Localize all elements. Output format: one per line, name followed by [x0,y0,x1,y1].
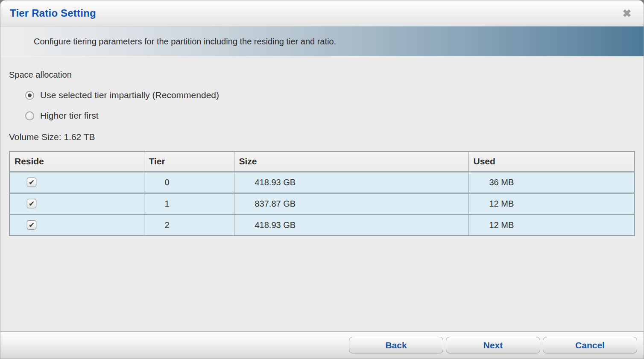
used-cell: 12 MB [468,214,635,236]
volume-size-label: Volume Size: 1.62 TB [9,132,635,142]
back-button[interactable]: Back [349,337,443,353]
title-bar: Tier Ratio Setting ✖ [0,0,644,26]
radio-option-label: Higher tier first [40,111,99,121]
radio-option-higher-tier-first[interactable]: Higher tier first [25,111,635,121]
tier-table: Reside Tier Size Used ✔ 0 418.93 GB 36 M… [9,151,635,236]
reside-cell: ✔ [9,193,144,214]
used-cell: 36 MB [468,172,635,193]
reside-checkbox-checked-icon[interactable]: ✔ [27,220,36,230]
space-allocation-label: Space allocation [9,70,635,80]
cancel-button[interactable]: Cancel [543,337,637,353]
next-button[interactable]: Next [446,337,540,353]
reside-cell: ✔ [9,172,144,193]
tier-ratio-setting-dialog: Tier Ratio Setting ✖ Configure tiering p… [0,0,644,359]
column-header-size: Size [234,152,468,172]
size-cell: 837.87 GB [234,193,468,214]
table-row: ✔ 0 418.93 GB 36 MB [9,172,635,193]
size-cell: 418.93 GB [234,214,468,236]
dialog-description: Configure tiering parameters for the par… [0,37,336,47]
footer-button-bar: Back Next Cancel [0,331,644,359]
column-header-tier: Tier [144,152,234,172]
reside-cell: ✔ [9,214,144,236]
radio-selected-icon[interactable] [25,91,34,100]
dialog-title: Tier Ratio Setting [10,7,96,19]
tier-cell: 1 [144,193,234,214]
radio-option-label: Use selected tier impartially (Recommend… [40,90,219,100]
description-banner: Configure tiering parameters for the par… [0,26,644,57]
column-header-used: Used [468,152,635,172]
table-header-row: Reside Tier Size Used [9,152,635,172]
dialog-body: Space allocation Use selected tier impar… [0,57,644,331]
column-header-reside: Reside [9,152,144,172]
reside-checkbox-checked-icon[interactable]: ✔ [27,178,36,187]
table-row: ✔ 2 418.93 GB 12 MB [9,214,635,236]
radio-option-use-selected-tier[interactable]: Use selected tier impartially (Recommend… [25,90,635,100]
reside-checkbox-checked-icon[interactable]: ✔ [27,199,36,208]
table-row: ✔ 1 837.87 GB 12 MB [9,193,635,214]
radio-unselected-icon[interactable] [25,111,34,120]
used-cell: 12 MB [468,193,635,214]
tier-cell: 2 [144,214,234,236]
size-cell: 418.93 GB [234,172,468,193]
close-icon[interactable]: ✖ [620,6,634,20]
tier-cell: 0 [144,172,234,193]
